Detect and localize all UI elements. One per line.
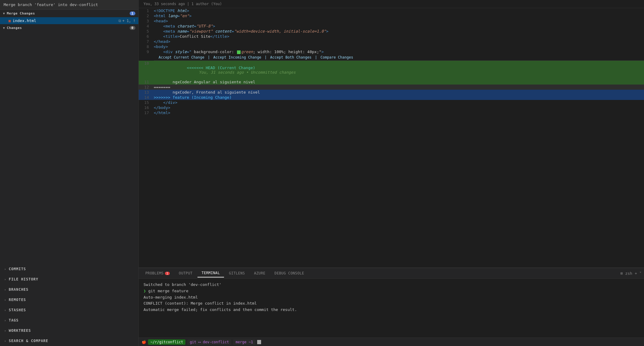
accept-incoming-btn[interactable]: Accept Incoming Change xyxy=(213,55,261,59)
line-content: <!DOCTYPE html> xyxy=(154,8,644,13)
sidebar-item-worktrees[interactable]: › WORKTREES xyxy=(0,325,138,336)
changes-chevron: ▼ xyxy=(3,26,5,30)
new-terminal-icon[interactable]: ⊞ zsh xyxy=(620,271,632,276)
tab-gitlens[interactable]: GITLENS xyxy=(225,269,249,277)
line-num: 4 xyxy=(139,24,154,29)
worktrees-chevron: › xyxy=(4,329,6,332)
line-num xyxy=(139,54,154,61)
line-num: 12 xyxy=(139,85,154,90)
sidebar: Merge branch 'feature' into dev-conflict… xyxy=(0,0,139,346)
commits-label: COMMITS xyxy=(9,267,26,271)
remotes-chevron: › xyxy=(4,298,6,302)
sidebar-item-stashes[interactable]: › STASHES xyxy=(0,305,138,315)
table-row: 9 <div style=" background-color: green; … xyxy=(139,49,644,54)
sidebar-item-search-compare[interactable]: › SEARCH & COMPARE xyxy=(0,336,138,346)
merge-changes-badge: 1 xyxy=(130,11,135,15)
line-num: 6 xyxy=(139,34,154,39)
terminal-status-bar: 🍎 ~/r/gitconflict git ⟷ dev-conflict mer… xyxy=(139,338,644,346)
line-content: </html> xyxy=(154,110,644,115)
line-num: 7 xyxy=(139,39,154,44)
sidebar-item-tags[interactable]: › TAGS xyxy=(0,315,138,325)
tab-output[interactable]: OUTPUT xyxy=(175,269,197,277)
table-row: 1 <!DOCTYPE html> xyxy=(139,8,644,13)
tab-terminal[interactable]: TERMINAL xyxy=(197,269,224,277)
git-merge-status: merge ~1 xyxy=(233,339,255,345)
file-history-label: FILE HISTORY xyxy=(9,277,38,281)
line-content: <title>Conflict Site</title> xyxy=(154,34,644,39)
inline-options-row: Accept Current Change | Accept Incoming … xyxy=(139,54,644,61)
accept-current-btn[interactable]: Accept Current Change xyxy=(159,55,204,59)
merge-changes-chevron: ▼ xyxy=(3,12,5,15)
changes-badge: 0 xyxy=(130,26,135,30)
file-copy-icon: ⧉ xyxy=(118,19,121,23)
terminal-tabs: PROBLEMS1 OUTPUT TERMINAL GITLENS AZURE … xyxy=(139,268,644,279)
line-num: 3 xyxy=(139,18,154,24)
table-row: 6 <title>Conflict Site</title> xyxy=(139,34,644,39)
line-num: 16 xyxy=(139,105,154,110)
line-content: <div style=" background-color: green; wi… xyxy=(154,49,644,54)
table-row: 16 </body> xyxy=(139,105,644,110)
merge-changes-section[interactable]: ▼ Merge Changes 1 xyxy=(0,10,138,17)
tab-problems[interactable]: PROBLEMS1 xyxy=(141,269,174,277)
search-compare-chevron: › xyxy=(4,339,6,343)
sidebar-item-commits[interactable]: › COMMITS xyxy=(0,264,138,274)
table-row: 5 <meta name="viewport" content="width=d… xyxy=(139,29,644,34)
line-num: 1 xyxy=(139,8,154,13)
line-num: 5 xyxy=(139,29,154,34)
line-num: 13 xyxy=(139,90,154,95)
line-content: <meta charset="UTF-8"> xyxy=(154,24,644,29)
line-content: </body> xyxy=(154,105,644,110)
table-row: 10 <<<<<<< HEAD (Current Change) You, 31… xyxy=(139,61,644,80)
code-area[interactable]: 1 <!DOCTYPE html> 2 <html lang="en"> 3 <… xyxy=(139,8,644,268)
table-row: 4 <meta charset="UTF-8"> xyxy=(139,24,644,29)
git-branch-status: git ⟷ dev-conflict xyxy=(187,339,231,345)
branches-label: BRANCHES xyxy=(9,287,28,292)
table-row: 8 <body> xyxy=(139,44,644,49)
terminal-split-icon[interactable]: + xyxy=(635,271,637,276)
line-content: <body> xyxy=(154,44,644,49)
compare-changes-btn[interactable]: Compare Changes xyxy=(320,55,353,59)
terminal-area: PROBLEMS1 OUTPUT TERMINAL GITLENS AZURE … xyxy=(139,268,644,346)
tab-azure[interactable]: AZURE xyxy=(250,269,270,277)
table-row: 14 >>>>>>> feature (Incoming Change) xyxy=(139,95,644,100)
line-content: <meta name="viewport" content="width=dev… xyxy=(154,29,644,34)
line-content: ngxCoder, Frontend al siguiente nivel xyxy=(154,90,644,95)
sidebar-item-branches[interactable]: › BRANCHES xyxy=(0,284,138,295)
changes-section[interactable]: ▼ Changes 0 xyxy=(0,24,138,32)
line-content: <head> xyxy=(154,18,644,24)
list-item: ❯ git merge feature xyxy=(144,288,639,294)
tags-chevron: › xyxy=(4,319,6,322)
remotes-label: REMOTES xyxy=(9,298,26,302)
stashes-label: STASHES xyxy=(9,308,26,312)
list-item: CONFLICT (content): Merge conflict in in… xyxy=(144,300,639,307)
tab-debug-console[interactable]: DEBUG CONSOLE xyxy=(270,269,308,277)
bottom-nav: › COMMITS › FILE HISTORY › BRANCHES › RE… xyxy=(0,264,138,346)
file-item-index-html[interactable]: ▣ index.html ⧉ + 1, ! xyxy=(0,17,138,24)
merge-changes-label: Merge Changes xyxy=(7,11,35,15)
accept-both-btn[interactable]: Accept Both Changes xyxy=(270,55,311,59)
blame-bar: You, 33 seconds ago | 1 author (You) xyxy=(139,0,644,8)
table-row: 13 ngxCoder, Frontend al siguiente nivel xyxy=(139,90,644,95)
line-content: ======= xyxy=(154,85,644,90)
sidebar-item-file-history[interactable]: › FILE HISTORY xyxy=(0,274,138,284)
branches-chevron: › xyxy=(4,288,6,291)
line-num: 11 xyxy=(139,79,154,85)
table-row: 15 </div> xyxy=(139,100,644,105)
table-row: 12 ======= xyxy=(139,85,644,90)
line-num: 9 xyxy=(139,49,154,54)
line-num: 17 xyxy=(139,110,154,115)
cursor xyxy=(257,340,261,344)
line-num: 8 xyxy=(139,44,154,49)
terminal-chevron-icon[interactable]: ˅ xyxy=(639,271,642,276)
current-path: ~/r/gitconflict xyxy=(148,339,185,345)
table-row: 11 ngxCoder Angular al siguiente nivel xyxy=(139,79,644,85)
sidebar-item-remotes[interactable]: › REMOTES xyxy=(0,295,138,305)
line-content: <<<<<<< HEAD (Current Change) You, 31 se… xyxy=(154,61,644,80)
line-num: 14 xyxy=(139,95,154,100)
line-content: </div> xyxy=(154,100,644,105)
terminal-content[interactable]: Switched to branch 'dev-conflict' ❯ git … xyxy=(139,279,644,338)
stashes-chevron: › xyxy=(4,309,6,312)
commit-message: Merge branch 'feature' into dev-conflict xyxy=(0,0,138,10)
line-content: <html lang="en"> xyxy=(154,13,644,18)
table-row: 7 </head> xyxy=(139,39,644,44)
